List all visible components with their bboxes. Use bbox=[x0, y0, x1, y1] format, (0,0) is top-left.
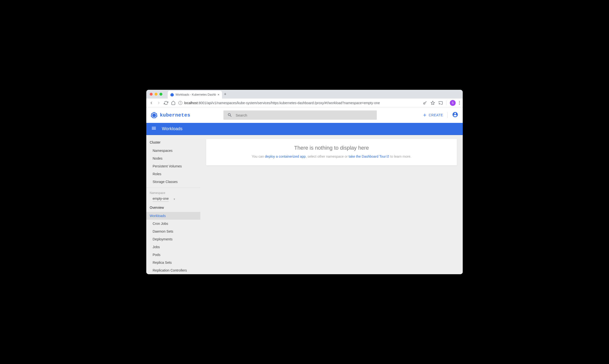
svg-line-3 bbox=[426, 102, 427, 102]
browser-tab-bar: Workloads - Kubernetes Dashb × + bbox=[146, 90, 463, 99]
logo[interactable]: kubernetes bbox=[151, 112, 190, 118]
account-circle-icon bbox=[452, 111, 458, 118]
create-label: CREATE bbox=[429, 113, 443, 117]
empty-state-card: There is nothing to display here You can… bbox=[206, 139, 457, 166]
window-controls bbox=[148, 93, 164, 96]
empty-text-segment: , select other namespace or bbox=[306, 155, 349, 158]
app-header: kubernetes CREATE bbox=[146, 107, 463, 123]
browser-window: Workloads - Kubernetes Dashb × + i local… bbox=[146, 90, 463, 274]
svg-point-1 bbox=[424, 103, 425, 104]
empty-text-segment: You can bbox=[252, 155, 265, 158]
sidebar-item-workloads[interactable]: Workloads bbox=[146, 212, 200, 220]
create-button[interactable]: CREATE bbox=[422, 113, 443, 117]
cluster-section-header[interactable]: Cluster bbox=[146, 138, 200, 147]
divider bbox=[146, 188, 200, 188]
deploy-app-link[interactable]: deploy a containerized app bbox=[265, 155, 305, 158]
menu-toggle-button[interactable] bbox=[151, 126, 157, 132]
search-box[interactable] bbox=[224, 110, 377, 120]
namespace-selector[interactable]: empty-one ▼ bbox=[146, 195, 200, 202]
key-icon[interactable] bbox=[423, 101, 427, 105]
tab-title: Workloads - Kubernetes Dashb bbox=[175, 93, 216, 96]
sidebar-item-jobs[interactable]: Jobs bbox=[146, 243, 200, 251]
account-button[interactable] bbox=[452, 111, 458, 119]
dashboard-tour-link[interactable]: take the Dashboard Tour bbox=[349, 155, 389, 158]
browser-address-bar: i localhost:8001/api/v1/namespaces/kube-… bbox=[146, 99, 463, 107]
sidebar: Cluster Namespaces Nodes Persistent Volu… bbox=[146, 135, 200, 274]
page-title: Workloads bbox=[162, 126, 183, 131]
namespace-label: Namespace bbox=[146, 190, 200, 195]
cast-icon[interactable] bbox=[438, 101, 443, 105]
main-panel: There is nothing to display here You can… bbox=[200, 135, 463, 274]
sidebar-item-roles[interactable]: Roles bbox=[146, 170, 200, 178]
search-input[interactable] bbox=[236, 113, 373, 117]
url-text: localhost:8001/api/v1/namespaces/kube-sy… bbox=[184, 101, 380, 105]
bookmark-icon[interactable] bbox=[431, 101, 435, 105]
search-icon bbox=[227, 113, 232, 117]
user-avatar[interactable]: S bbox=[450, 100, 456, 106]
browser-menu-button[interactable] bbox=[459, 101, 460, 105]
url-field[interactable]: i localhost:8001/api/v1/namespaces/kube-… bbox=[178, 101, 420, 105]
content-area: Cluster Namespaces Nodes Persistent Volu… bbox=[146, 135, 463, 274]
sidebar-item-nodes[interactable]: Nodes bbox=[146, 155, 200, 162]
minimize-window-button[interactable] bbox=[155, 93, 158, 96]
kubernetes-favicon-icon bbox=[170, 93, 174, 97]
header-actions: CREATE bbox=[422, 111, 458, 119]
maximize-window-button[interactable] bbox=[159, 93, 162, 96]
chevron-down-icon: ▼ bbox=[173, 198, 175, 200]
namespace-value: empty-one bbox=[153, 197, 169, 202]
sidebar-item-cron-jobs[interactable]: Cron Jobs bbox=[146, 220, 200, 228]
svg-marker-0 bbox=[170, 93, 174, 96]
sidebar-item-persistent-volumes[interactable]: Persistent Volumes bbox=[146, 162, 200, 170]
close-window-button[interactable] bbox=[150, 93, 153, 96]
forward-button[interactable] bbox=[157, 101, 161, 105]
logo-text: kubernetes bbox=[160, 112, 190, 118]
overview-section-header[interactable]: Overview bbox=[146, 202, 200, 212]
sidebar-item-replication-controllers[interactable]: Replication Controllers bbox=[146, 266, 200, 274]
reload-button[interactable] bbox=[164, 101, 168, 105]
home-button[interactable] bbox=[171, 101, 175, 105]
empty-state-title: There is nothing to display here bbox=[214, 145, 449, 151]
sidebar-item-pods[interactable]: Pods bbox=[146, 251, 200, 259]
browser-tab[interactable]: Workloads - Kubernetes Dashb × bbox=[168, 91, 222, 99]
site-info-icon[interactable]: i bbox=[178, 101, 182, 105]
hamburger-icon bbox=[151, 126, 157, 131]
divider bbox=[446, 101, 446, 105]
external-link-icon bbox=[386, 155, 389, 159]
back-button[interactable] bbox=[149, 101, 154, 105]
new-tab-button[interactable]: + bbox=[224, 92, 227, 97]
empty-state-text: You can deploy a containerized app, sele… bbox=[214, 155, 449, 159]
empty-text-segment: to learn more. bbox=[389, 155, 411, 158]
sidebar-item-deployments[interactable]: Deployments bbox=[146, 235, 200, 243]
kubernetes-logo-icon bbox=[151, 112, 158, 118]
close-tab-button[interactable]: × bbox=[218, 93, 220, 97]
address-bar-actions: S bbox=[423, 100, 460, 106]
breadcrumb-bar: Workloads bbox=[146, 123, 463, 135]
plus-icon bbox=[422, 113, 427, 117]
sidebar-item-storage-classes[interactable]: Storage Classes bbox=[146, 178, 200, 186]
svg-marker-4 bbox=[431, 101, 435, 104]
sidebar-item-daemon-sets[interactable]: Daemon Sets bbox=[146, 228, 200, 235]
sidebar-item-namespaces[interactable]: Namespaces bbox=[146, 147, 200, 155]
divider bbox=[447, 112, 448, 118]
sidebar-item-replica-sets[interactable]: Replica Sets bbox=[146, 259, 200, 266]
